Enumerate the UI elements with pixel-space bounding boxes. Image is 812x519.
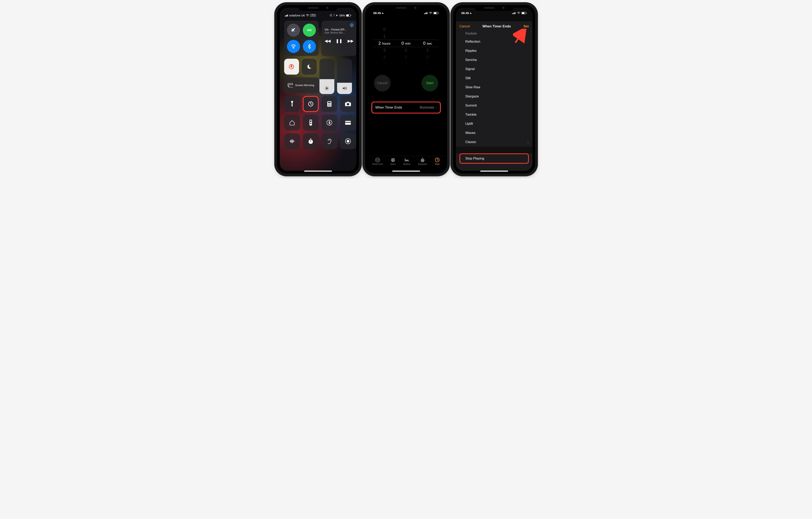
time-picker[interactable]: 0 1 2 hours 3 4 5 0 min 1 2 3 0 sec 1 bbox=[368, 26, 444, 67]
volume-icon bbox=[342, 86, 347, 92]
media-back-button[interactable]: ◀◀ bbox=[325, 38, 330, 43]
cell-signal-icon bbox=[424, 12, 428, 14]
svg-rect-37 bbox=[345, 120, 351, 122]
svg-point-32 bbox=[310, 123, 311, 124]
svg-rect-61 bbox=[515, 12, 515, 14]
svg-rect-65 bbox=[526, 12, 526, 13]
wifi-toggle-icon bbox=[291, 44, 296, 49]
svg-rect-45 bbox=[426, 12, 427, 14]
airplay-icon[interactable] bbox=[350, 23, 354, 28]
calculator-tile[interactable] bbox=[321, 96, 337, 112]
svg-rect-1 bbox=[286, 15, 286, 17]
hours-column[interactable]: 0 1 2 hours 3 4 5 bbox=[375, 26, 395, 67]
tab-stopwatch[interactable]: Stopwatch bbox=[418, 157, 427, 165]
svg-rect-53 bbox=[405, 160, 409, 161]
hearing-tile[interactable] bbox=[321, 133, 337, 149]
battery-pct: 56% bbox=[339, 14, 345, 17]
svg-point-17 bbox=[292, 104, 292, 104]
dnd-tile[interactable] bbox=[302, 59, 317, 75]
airplane-toggle[interactable] bbox=[287, 24, 300, 37]
svg-point-12 bbox=[351, 25, 352, 25]
set-button[interactable]: Set bbox=[523, 24, 529, 28]
home-indicator[interactable] bbox=[392, 171, 420, 172]
svg-rect-59 bbox=[513, 13, 514, 14]
svg-rect-56 bbox=[422, 158, 423, 158]
svg-point-9 bbox=[293, 48, 294, 48]
flashlight-tile[interactable] bbox=[284, 96, 300, 112]
tab-alarm[interactable]: Alarm bbox=[390, 157, 396, 165]
tab-world-clock[interactable]: World Clock bbox=[372, 157, 383, 165]
svg-rect-50 bbox=[438, 12, 438, 13]
cellular-toggle[interactable] bbox=[303, 24, 316, 37]
svg-rect-13 bbox=[291, 66, 292, 67]
when-timer-ends-row[interactable]: When Timer Ends Illuminate › bbox=[372, 102, 440, 113]
start-button[interactable]: Start bbox=[422, 75, 438, 92]
screen-mirroring-tile[interactable]: Screen Mirroring bbox=[284, 77, 319, 93]
tone-row[interactable]: Summit bbox=[456, 101, 532, 110]
sheet-title: When Timer Ends bbox=[483, 24, 511, 28]
wifi-toggle[interactable] bbox=[287, 40, 300, 53]
tone-row[interactable]: Twinkle bbox=[456, 110, 532, 119]
tab-bedtime[interactable]: Bedtime bbox=[403, 157, 410, 165]
tone-row[interactable]: Ripples bbox=[456, 46, 532, 55]
cell-signal-icon bbox=[285, 14, 288, 17]
media-fwd-button[interactable]: ▶▶ bbox=[348, 38, 353, 43]
status-extra-icons: ᗧ ⤴ ➤ bbox=[330, 14, 339, 17]
seconds-column[interactable]: 0 sec 1 2 3 bbox=[417, 26, 437, 67]
svg-rect-20 bbox=[328, 102, 331, 103]
record-tile[interactable] bbox=[340, 133, 356, 149]
calculator-icon bbox=[327, 101, 332, 107]
wallet-tile[interactable] bbox=[340, 115, 356, 131]
svg-rect-40 bbox=[310, 138, 311, 139]
audio-tile[interactable] bbox=[284, 133, 300, 149]
mirror-icon bbox=[288, 83, 293, 87]
home-tile[interactable] bbox=[284, 115, 300, 131]
wte-label: When Timer Ends bbox=[375, 106, 420, 110]
tone-row[interactable]: Stargaze bbox=[456, 92, 532, 101]
orientation-lock-icon bbox=[288, 63, 295, 70]
svg-rect-38 bbox=[345, 122, 351, 123]
media-pause-button[interactable]: ❚❚ bbox=[336, 38, 343, 43]
stopwatch-icon bbox=[308, 138, 314, 144]
chevron-right-icon: › bbox=[436, 106, 437, 109]
tone-list[interactable]: Radiate Reflection Ripples Sencha Signal… bbox=[456, 31, 532, 164]
bluetooth-toggle[interactable] bbox=[303, 40, 316, 53]
remote-icon bbox=[309, 120, 312, 126]
stopwatch-tile[interactable] bbox=[303, 133, 319, 149]
tone-row[interactable]: Sencha bbox=[456, 55, 532, 64]
tab-timer[interactable]: Timer bbox=[435, 157, 440, 165]
remote-tile[interactable] bbox=[303, 115, 319, 131]
home-indicator[interactable] bbox=[304, 171, 332, 172]
tone-row[interactable]: Silk bbox=[456, 74, 532, 83]
cancel-button[interactable]: Cancel bbox=[459, 24, 470, 28]
tone-row[interactable]: Signal bbox=[456, 64, 532, 74]
home-indicator[interactable] bbox=[480, 171, 508, 172]
home-icon bbox=[289, 120, 295, 126]
volume-slider[interactable] bbox=[337, 59, 352, 94]
svg-rect-58 bbox=[512, 13, 513, 14]
timer-tile[interactable] bbox=[303, 96, 319, 112]
tone-row-classic[interactable]: Classic bbox=[456, 137, 532, 146]
tone-row[interactable]: Waves bbox=[456, 128, 532, 137]
media-tile[interactable]: Vis - Forest EP... Dub Techno Blo... ◀◀ … bbox=[321, 21, 356, 56]
orientation-lock-tile[interactable] bbox=[284, 59, 299, 75]
camera-tile[interactable] bbox=[340, 96, 356, 112]
brightness-slider[interactable] bbox=[319, 59, 334, 94]
svg-rect-44 bbox=[425, 13, 426, 14]
svg-rect-33 bbox=[310, 120, 312, 122]
tone-row[interactable]: Uplift bbox=[456, 119, 532, 128]
minutes-column[interactable]: 0 min 1 2 3 bbox=[396, 26, 416, 67]
moon-icon bbox=[307, 64, 312, 70]
tone-row[interactable]: Slow Rise bbox=[456, 83, 532, 92]
flashlight-icon bbox=[290, 101, 294, 107]
timer-icon bbox=[308, 101, 314, 107]
cancel-button[interactable]: Cancel bbox=[374, 75, 391, 92]
stop-playing-row[interactable]: Stop Playing bbox=[459, 153, 529, 164]
battery-icon bbox=[433, 12, 439, 14]
svg-line-66 bbox=[515, 31, 523, 43]
accessibility-tile[interactable] bbox=[321, 115, 337, 131]
status-time: 08:45 bbox=[373, 11, 381, 15]
connectivity-tile[interactable] bbox=[284, 21, 319, 56]
svg-point-8 bbox=[309, 30, 310, 31]
svg-point-35 bbox=[329, 121, 330, 122]
